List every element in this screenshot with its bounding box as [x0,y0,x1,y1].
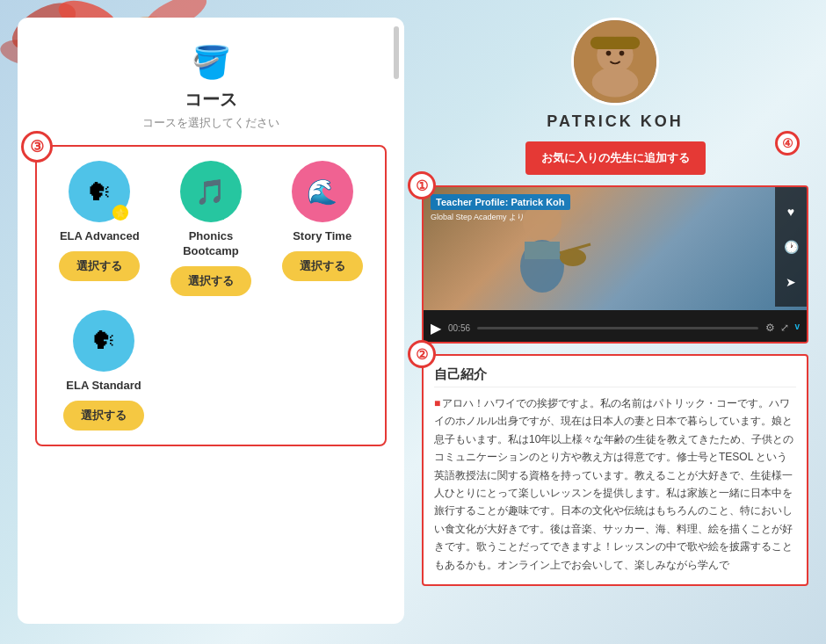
ela-standard-name: ELA Standard [66,379,141,394]
video-controls: ▶ 00:56 ⚙ ⤢ v [424,310,807,344]
bio-bullet: ■ [434,397,440,409]
course-subheading: コースを選択してください [142,115,279,131]
ela-advanced-icon: 🗣 [87,177,112,206]
course-heading: コース [185,88,237,112]
bio-section-wrapper: ② 自己紹介 ■アロハ！ハワイでの挨拶ですよ。私の名前はパトリック・コーです。ハ… [422,354,808,626]
badge-4: ④ [775,131,800,156]
time-display: 00:56 [448,323,470,333]
right-panel: PATRICK KOH ④ お気に入りの先生に追加する ① [422,18,808,626]
favorite-button[interactable]: お気に入りの先生に追加する [525,141,706,175]
video-title: Teacher Profile: Patrick Koh [431,194,570,210]
storytime-icon: 🌊 [307,177,337,206]
course-circle-phonics: 🎵 [180,161,242,222]
bio-text: ■アロハ！ハワイでの挨拶ですよ。私の名前はパトリック・コーです。ハワイのホノルル… [434,394,796,574]
video-icons: ⚙ ⤢ v [765,322,800,334]
bio-section: 自己紹介 ■アロハ！ハワイでの挨拶ですよ。私の名前はパトリック・コーです。ハワイ… [422,354,808,586]
share-icon[interactable]: ➤ [786,275,796,289]
video-section-wrapper: ① Teacher Profile: Patrick Koh [422,185,808,344]
teacher-name: PATRICK KOH [547,112,683,131]
course-card-ela-standard: 🗣 ELA Standard 選択する [51,310,156,431]
scrollbar[interactable] [394,26,399,79]
play-button[interactable]: ▶ [431,320,441,336]
progress-bar[interactable] [477,327,758,329]
badge-2: ② [408,340,436,368]
clock-icon[interactable]: 🕐 [784,240,799,254]
fullscreen-icon[interactable]: ⤢ [780,322,789,334]
phonics-icon: 🎵 [195,177,226,206]
course-card-storytime: 🌊 Story Time 選択する [273,161,371,296]
course-circle-ela-standard: 🗣 [73,310,134,372]
phonics-name: Phonics Bootcamp [163,229,260,259]
course-card-phonics: 🎵 Phonics Bootcamp 選択する [163,161,260,296]
svg-rect-13 [591,37,640,49]
badge-1: ① [408,171,436,199]
course-circle-ela-advanced: 🗣 ⭐ [69,161,130,222]
settings-icon[interactable]: ⚙ [765,322,775,334]
video-container[interactable]: Teacher Profile: Patrick Koh Global Step… [422,185,808,344]
star-badge: ⭐ [112,205,128,221]
storytime-name: Story Time [293,229,351,244]
ela-standard-icon: 🗣 [91,326,116,355]
course-card-ela-advanced: 🗣 ⭐ ELA Advanced 選択する [51,161,149,296]
favorite-area: ④ お気に入りの先生に追加する [422,141,808,175]
svg-point-11 [606,51,612,56]
video-wrapper: Teacher Profile: Patrick Koh Global Step… [424,187,807,342]
video-thumbnail: Teacher Profile: Patrick Koh Global Step… [424,187,807,310]
storytime-select-btn[interactable]: 選択する [282,251,363,281]
courses-box: ③ 🗣 ⭐ ELA Advanced 選択する 🎵 Phonics [35,145,387,446]
svg-rect-16 [525,242,560,259]
course-circle-storytime: 🌊 [292,161,353,222]
bio-content: アロハ！ハワイでの挨拶ですよ。私の名前はパトリック・コーです。ハワイのホノルル出… [434,397,793,571]
teacher-avatar [571,18,659,105]
left-panel: 🪣 コース コースを選択してください ③ 🗣 ⭐ ELA Advanced 選択… [18,18,404,624]
video-source: Global Step Academy より [431,212,800,223]
badge-3: ③ [21,131,53,163]
vimeo-icon: v [794,322,800,334]
ela-advanced-name: ELA Advanced [60,229,140,244]
teacher-header: PATRICK KOH [422,18,808,131]
ela-standard-select-btn[interactable]: 選択する [63,401,144,431]
ela-advanced-select-btn[interactable]: 選択する [59,251,140,281]
courses-grid-row1: 🗣 ⭐ ELA Advanced 選択する 🎵 Phonics Bootcamp… [51,161,371,296]
svg-point-10 [592,68,639,98]
bio-title: 自己紹介 [434,366,796,387]
course-icon: 🪣 [192,44,231,81]
svg-point-12 [620,51,625,56]
phonics-select-btn[interactable]: 選択する [170,266,251,296]
